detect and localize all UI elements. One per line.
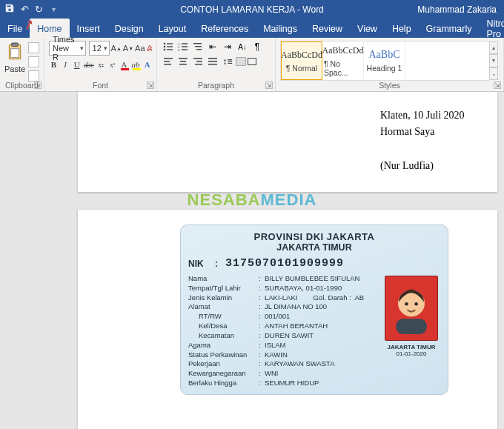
styles-dialog-launcher[interactable]: ⇲: [494, 82, 501, 89]
doc-signature: (Nur Ludfia): [380, 160, 434, 172]
svg-rect-27: [208, 58, 217, 59]
group-label-paragraph: Paragraph: [157, 81, 275, 90]
strikethrough-button[interactable]: abc: [84, 59, 94, 70]
show-formatting-button[interactable]: ¶: [251, 41, 264, 53]
tab-references[interactable]: References: [193, 19, 256, 38]
shrink-font-icon[interactable]: A▼: [123, 42, 133, 54]
paste-label: Paste: [4, 64, 25, 73]
font-color-button[interactable]: A: [119, 59, 129, 70]
svg-rect-10: [182, 43, 188, 44]
save-icon[interactable]: [4, 3, 15, 16]
clear-formatting-icon[interactable]: A̷: [147, 42, 153, 54]
ktp-card: PROVINSI DKI JAKARTA JAKARTA TIMUR NIK :…: [180, 225, 448, 395]
font-name-combo[interactable]: Times New R: [49, 41, 86, 56]
svg-rect-14: [182, 49, 188, 50]
format-painter-button[interactable]: [28, 70, 39, 82]
decrease-indent-button[interactable]: ⇤: [206, 41, 219, 53]
styles-scroll-down[interactable]: ▾: [489, 54, 498, 67]
svg-point-33: [414, 302, 418, 306]
svg-rect-23: [179, 64, 187, 65]
group-font: Times New R 12 A▲ A▼ Aa A̷ B I U abc A a…: [44, 38, 157, 91]
cut-button[interactable]: [28, 42, 39, 53]
paragraph-dialog-launcher[interactable]: ⇲: [265, 82, 273, 89]
text-effects-button[interactable]: A: [142, 59, 152, 70]
undo-icon[interactable]: ↶: [21, 4, 29, 15]
align-center-button[interactable]: [176, 56, 190, 67]
multilevel-list-button[interactable]: [191, 41, 205, 53]
style-heading-1[interactable]: AaBbC Heading 1: [364, 41, 405, 80]
superscript-button[interactable]: [107, 59, 117, 70]
sort-button[interactable]: A↓: [236, 41, 249, 53]
svg-rect-21: [179, 58, 188, 59]
change-case-icon[interactable]: Aa: [135, 42, 145, 54]
ktp-nik-label: NIK: [188, 259, 208, 269]
font-size-combo[interactable]: 12: [89, 41, 110, 56]
redo-icon[interactable]: ↻: [35, 4, 43, 15]
svg-rect-25: [196, 61, 202, 62]
ktp-photo-location: JAKARTA TIMUR: [388, 344, 436, 350]
svg-rect-17: [196, 49, 202, 50]
svg-rect-30: [396, 319, 427, 334]
tab-grammarly[interactable]: Grammarly: [419, 19, 480, 38]
highlight-button[interactable]: ab: [131, 59, 141, 70]
svg-rect-1: [12, 43, 19, 46]
style-no-spacing[interactable]: AaBbCcDd ¶ No Spac...: [322, 41, 364, 80]
shading-button[interactable]: [236, 57, 246, 66]
page-2: PROVINSI DKI JAKARTA JAKARTA TIMUR NIK :…: [78, 210, 497, 429]
qat-customize-icon[interactable]: ▾: [52, 5, 56, 13]
clipboard-dialog-launcher[interactable]: ⇲: [34, 82, 42, 89]
justify-button[interactable]: [206, 56, 219, 67]
ktp-province: PROVINSI DKI JAKARTA: [188, 231, 440, 242]
svg-rect-20: [164, 64, 171, 65]
tab-review[interactable]: Review: [305, 19, 350, 38]
svg-point-32: [405, 302, 408, 306]
tab-insert[interactable]: Insert: [70, 19, 107, 38]
svg-rect-12: [182, 46, 188, 47]
svg-rect-19: [164, 61, 170, 62]
styles-scroll-up[interactable]: ▴: [489, 41, 498, 54]
svg-rect-16: [195, 46, 202, 47]
tab-mailings[interactable]: Mailings: [256, 19, 305, 38]
tab-layout[interactable]: Layout: [151, 19, 194, 38]
svg-rect-28: [208, 61, 217, 62]
group-clipboard: Paste Clipboard ⇲: [0, 38, 44, 91]
grow-font-icon[interactable]: A▲: [111, 42, 122, 54]
svg-rect-2: [11, 49, 19, 58]
tab-help[interactable]: Help: [385, 19, 419, 38]
ribbon-tabs: File Home Insert Design Layout Reference…: [0, 19, 504, 38]
svg-point-5: [164, 46, 166, 48]
subscript-button[interactable]: [96, 59, 106, 70]
bullet-list-button[interactable]: [162, 41, 175, 53]
watermark: NESABAMEDIA: [188, 190, 317, 210]
align-left-button[interactable]: [162, 56, 175, 67]
borders-button[interactable]: [248, 58, 256, 65]
styles-gallery: AaBbCcDd ¶ Normal AaBbCcDd ¶ No Spac... …: [280, 41, 490, 81]
tab-nitro-pro[interactable]: Nitro Pro: [479, 19, 504, 38]
tab-view[interactable]: View: [350, 19, 385, 38]
svg-rect-15: [193, 43, 202, 44]
ktp-nik-value: 3175070101909999: [225, 257, 344, 270]
ktp-photo: [385, 276, 438, 341]
style-normal[interactable]: AaBbCcDd ¶ Normal: [281, 41, 322, 80]
title-bar: ↶ ↻ ▾ CONTOH LAMARAN KERJA - Word Muhamm…: [0, 0, 504, 19]
svg-rect-22: [180, 61, 186, 62]
svg-text:3: 3: [178, 48, 180, 51]
copy-button[interactable]: [28, 56, 39, 67]
doc-salutation: Hormat Saya: [380, 126, 434, 138]
numbered-list-button[interactable]: 123: [176, 41, 190, 53]
document-title: CONTOH LAMARAN KERJA - Word: [180, 4, 324, 15]
document-workspace[interactable]: Klaten, 10 Juli 2020 Hormat Saya (Nur Lu…: [0, 92, 504, 429]
svg-rect-6: [167, 46, 173, 47]
paste-button[interactable]: Paste: [4, 41, 25, 81]
tab-design[interactable]: Design: [107, 19, 151, 38]
doc-place-date: Klaten, 10 Juli 2020: [380, 110, 465, 122]
line-spacing-button[interactable]: ↕≡: [221, 56, 234, 67]
styles-expand[interactable]: ⌄: [489, 67, 498, 80]
svg-point-3: [164, 43, 166, 45]
page-1-bottom: Klaten, 10 Juli 2020 Hormat Saya (Nur Lu…: [78, 92, 497, 192]
styles-scroll: ▴ ▾ ⌄: [489, 41, 498, 80]
font-dialog-launcher[interactable]: ⇲: [147, 82, 154, 89]
align-right-button[interactable]: [191, 56, 205, 67]
svg-rect-18: [164, 58, 173, 59]
increase-indent-button[interactable]: ⇥: [221, 41, 234, 53]
